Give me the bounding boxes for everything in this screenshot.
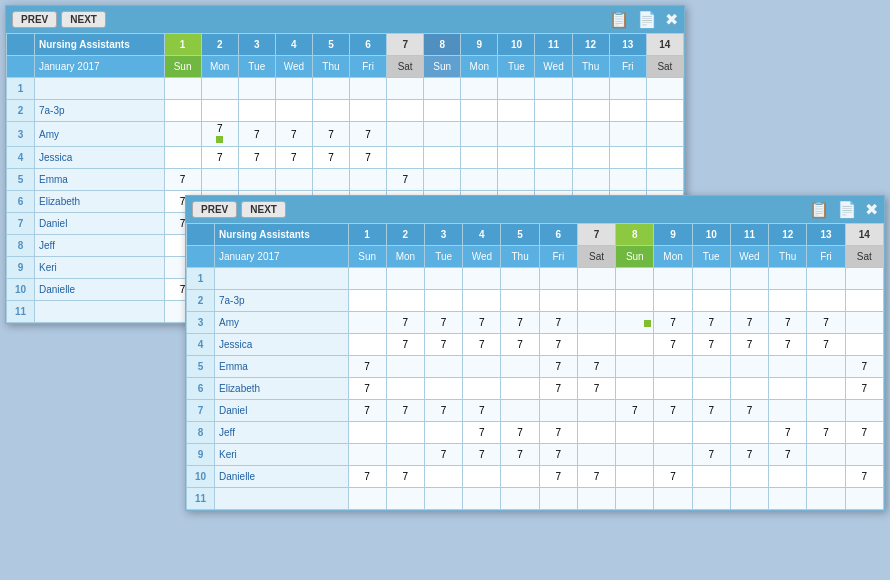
w2-dayname-2: Mon bbox=[386, 246, 424, 268]
table-row: 3 Amy 7 7 7 7 7 bbox=[7, 122, 684, 147]
w2-day-7-num: 7 bbox=[577, 224, 615, 246]
w2-dayname-9: Mon bbox=[654, 246, 692, 268]
table-row: 8 Jeff 7 7 7 7 7 7 bbox=[187, 422, 884, 444]
w2-dayname-7: Sat bbox=[577, 246, 615, 268]
paste-icon-1[interactable]: 📄 bbox=[637, 10, 657, 29]
nav-buttons-1: PREV NEXT bbox=[12, 11, 106, 28]
table-row: 2 7a-3p bbox=[187, 290, 884, 312]
w2-day-10-num: 10 bbox=[692, 224, 730, 246]
table-row: 9 Keri 7 7 7 7 7 7 7 bbox=[187, 444, 884, 466]
dayname-8: Sun bbox=[424, 56, 461, 78]
table-row: 1 bbox=[7, 78, 684, 100]
day-9-num: 9 bbox=[461, 34, 498, 56]
w2-day-14-num: 14 bbox=[845, 224, 883, 246]
w2-dayname-6: Fri bbox=[539, 246, 577, 268]
day-6-num: 6 bbox=[350, 34, 387, 56]
prev-button-1[interactable]: PREV bbox=[12, 11, 57, 28]
w2-day-3-num: 3 bbox=[425, 224, 463, 246]
table-row: 5 Emma 7 7 bbox=[7, 169, 684, 191]
day-3-num: 3 bbox=[238, 34, 275, 56]
day-12-num: 12 bbox=[572, 34, 609, 56]
day-10-num: 10 bbox=[498, 34, 535, 56]
w2-day-12-num: 12 bbox=[769, 224, 807, 246]
table-row: 5 Emma 7 7 7 7 bbox=[187, 356, 884, 378]
day-13-num: 13 bbox=[609, 34, 646, 56]
day-1-num: 1 bbox=[164, 34, 201, 56]
day-2-num: 2 bbox=[201, 34, 238, 56]
day-14-num: 14 bbox=[646, 34, 683, 56]
w2-dayname-3: Tue bbox=[425, 246, 463, 268]
table-row: 3 Amy 7 7 7 7 7 7 7 7 7 7 bbox=[187, 312, 884, 334]
dayname-11: Wed bbox=[535, 56, 572, 78]
w2-dayname-5: Thu bbox=[501, 246, 539, 268]
w2-day-11-num: 11 bbox=[730, 224, 768, 246]
dayname-2: Mon bbox=[201, 56, 238, 78]
paste-icon-2[interactable]: 📄 bbox=[837, 200, 857, 219]
dayname-6: Fri bbox=[350, 56, 387, 78]
dayname-1: Sun bbox=[164, 56, 201, 78]
table-row: 4 Jessica 7 7 7 7 7 7 7 7 7 7 bbox=[187, 334, 884, 356]
w2-day-8-num: 8 bbox=[616, 224, 654, 246]
next-button-2[interactable]: NEXT bbox=[241, 201, 286, 218]
w2-dayname-10: Tue bbox=[692, 246, 730, 268]
w2-dayname-11: Wed bbox=[730, 246, 768, 268]
table-row: 11 bbox=[187, 488, 884, 510]
day-11-num: 11 bbox=[535, 34, 572, 56]
w2-day-6-num: 6 bbox=[539, 224, 577, 246]
w2-dayname-8: Sun bbox=[616, 246, 654, 268]
w2-dayname-13: Fri bbox=[807, 246, 845, 268]
schedule-table-2: Nursing Assistants 1 2 3 4 5 6 7 8 9 10 … bbox=[186, 223, 884, 510]
w2-dayname-12: Thu bbox=[769, 246, 807, 268]
title-cell-1: Nursing Assistants bbox=[35, 34, 165, 56]
w2-day-1-num: 1 bbox=[348, 224, 386, 246]
dayname-10: Tue bbox=[498, 56, 535, 78]
day-5-num: 5 bbox=[312, 34, 349, 56]
copy-icon-1[interactable]: 📋 bbox=[609, 10, 629, 29]
dayname-3: Tue bbox=[238, 56, 275, 78]
w2-day-9-num: 9 bbox=[654, 224, 692, 246]
dayname-13: Fri bbox=[609, 56, 646, 78]
header-row-days-1: Nursing Assistants 1 2 3 4 5 6 7 8 9 10 … bbox=[7, 34, 684, 56]
day-7-num: 7 bbox=[387, 34, 424, 56]
schedule-window-2: PREV NEXT 📋 📄 ✖ Nursing Assistants 1 2 3… bbox=[185, 195, 885, 511]
table-row: 1 bbox=[187, 268, 884, 290]
dayname-5: Thu bbox=[312, 56, 349, 78]
subtitle-cell-2: January 2017 bbox=[215, 246, 349, 268]
top-bar-2: PREV NEXT 📋 📄 ✖ bbox=[186, 196, 884, 223]
header-row-days-2: Nursing Assistants 1 2 3 4 5 6 7 8 9 10 … bbox=[187, 224, 884, 246]
delete-icon-1[interactable]: ✖ bbox=[665, 10, 678, 29]
prev-button-2[interactable]: PREV bbox=[192, 201, 237, 218]
table-row: 4 Jessica 7 7 7 7 7 bbox=[7, 147, 684, 169]
table-row: 6 Elizabeth 7 7 7 7 bbox=[187, 378, 884, 400]
subtitle-cell-1: January 2017 bbox=[35, 56, 165, 78]
dayname-14: Sat bbox=[646, 56, 683, 78]
table-row: 2 7a-3p bbox=[7, 100, 684, 122]
table-row: 10 Danielle 7 7 7 7 7 7 bbox=[187, 466, 884, 488]
dayname-4: Wed bbox=[275, 56, 312, 78]
next-button-1[interactable]: NEXT bbox=[61, 11, 106, 28]
toolbar-1: 📋 📄 ✖ bbox=[609, 10, 678, 29]
day-4-num: 4 bbox=[275, 34, 312, 56]
day-8-num: 8 bbox=[424, 34, 461, 56]
toolbar-2: 📋 📄 ✖ bbox=[809, 200, 878, 219]
w2-day-13-num: 13 bbox=[807, 224, 845, 246]
table-row: 7 Daniel 7 7 7 7 7 7 7 7 bbox=[187, 400, 884, 422]
header-row-names-1: January 2017 Sun Mon Tue Wed Thu Fri Sat… bbox=[7, 56, 684, 78]
header-row-names-2: January 2017 Sun Mon Tue Wed Thu Fri Sat… bbox=[187, 246, 884, 268]
nav-buttons-2: PREV NEXT bbox=[192, 201, 286, 218]
w2-dayname-14: Sat bbox=[845, 246, 883, 268]
w2-day-2-num: 2 bbox=[386, 224, 424, 246]
w2-dayname-1: Sun bbox=[348, 246, 386, 268]
w2-day-4-num: 4 bbox=[463, 224, 501, 246]
dayname-12: Thu bbox=[572, 56, 609, 78]
dayname-9: Mon bbox=[461, 56, 498, 78]
title-cell-2: Nursing Assistants bbox=[215, 224, 349, 246]
top-bar-1: PREV NEXT 📋 📄 ✖ bbox=[6, 6, 684, 33]
w2-dayname-4: Wed bbox=[463, 246, 501, 268]
w2-day-5-num: 5 bbox=[501, 224, 539, 246]
copy-icon-2[interactable]: 📋 bbox=[809, 200, 829, 219]
dayname-7: Sat bbox=[387, 56, 424, 78]
delete-icon-2[interactable]: ✖ bbox=[865, 200, 878, 219]
